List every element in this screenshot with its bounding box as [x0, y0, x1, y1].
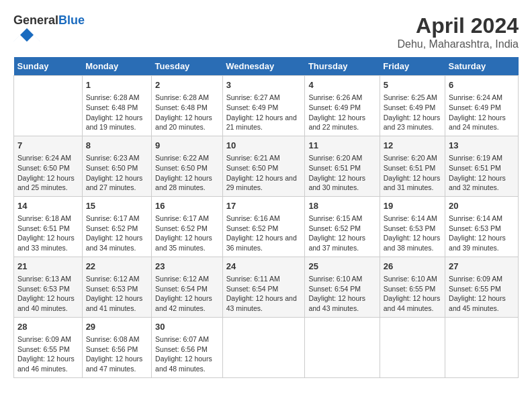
calendar-cell: 4Sunrise: 6:26 AM Sunset: 6:49 PM Daylig… [305, 76, 380, 136]
main-title: April 2024 [397, 13, 519, 38]
svg-marker-0 [13, 28, 40, 42]
day-info: Sunrise: 6:27 AM Sunset: 6:49 PM Dayligh… [226, 93, 302, 132]
day-number: 5 [384, 79, 441, 91]
day-number: 10 [226, 140, 302, 152]
column-header-thursday: Thursday [305, 57, 380, 76]
calendar-cell [14, 76, 83, 136]
column-header-saturday: Saturday [445, 57, 519, 76]
day-number: 4 [308, 79, 375, 91]
day-info: Sunrise: 6:14 AM Sunset: 6:53 PM Dayligh… [449, 214, 515, 253]
calendar-cell: 28Sunrise: 6:09 AM Sunset: 6:55 PM Dayli… [14, 317, 83, 377]
column-header-monday: Monday [82, 57, 151, 76]
calendar-cell: 17Sunrise: 6:16 AM Sunset: 6:52 PM Dayli… [222, 196, 305, 257]
calendar-cell: 20Sunrise: 6:14 AM Sunset: 6:53 PM Dayli… [445, 196, 519, 257]
calendar-cell: 13Sunrise: 6:19 AM Sunset: 6:51 PM Dayli… [445, 136, 519, 196]
day-number: 29 [86, 321, 148, 333]
calendar-cell: 1Sunrise: 6:28 AM Sunset: 6:48 PM Daylig… [82, 76, 151, 136]
calendar-cell: 25Sunrise: 6:10 AM Sunset: 6:54 PM Dayli… [305, 257, 380, 317]
day-number: 12 [384, 140, 441, 152]
calendar-cell: 24Sunrise: 6:11 AM Sunset: 6:54 PM Dayli… [222, 257, 305, 317]
calendar-cell: 8Sunrise: 6:23 AM Sunset: 6:50 PM Daylig… [82, 136, 151, 196]
day-number: 18 [308, 200, 375, 212]
calendar-cell: 22Sunrise: 6:12 AM Sunset: 6:53 PM Dayli… [82, 257, 151, 317]
day-info: Sunrise: 6:12 AM Sunset: 6:54 PM Dayligh… [155, 274, 219, 314]
calendar-table: SundayMondayTuesdayWednesdayThursdayFrid… [13, 57, 519, 378]
day-number: 24 [226, 261, 302, 273]
calendar-cell: 9Sunrise: 6:22 AM Sunset: 6:50 PM Daylig… [152, 136, 223, 196]
day-number: 2 [155, 79, 219, 91]
week-row: 28Sunrise: 6:09 AM Sunset: 6:55 PM Dayli… [14, 317, 519, 377]
calendar-cell: 21Sunrise: 6:13 AM Sunset: 6:53 PM Dayli… [14, 257, 83, 317]
day-number: 3 [226, 79, 302, 91]
logo-general: General [13, 13, 58, 27]
day-number: 16 [155, 200, 219, 212]
logo: GeneralBlue [13, 13, 85, 44]
calendar-cell: 2Sunrise: 6:28 AM Sunset: 6:48 PM Daylig… [152, 76, 223, 136]
day-info: Sunrise: 6:20 AM Sunset: 6:51 PM Dayligh… [308, 153, 375, 193]
week-row: 21Sunrise: 6:13 AM Sunset: 6:53 PM Dayli… [14, 257, 519, 317]
day-info: Sunrise: 6:13 AM Sunset: 6:53 PM Dayligh… [17, 274, 79, 314]
week-row: 14Sunrise: 6:18 AM Sunset: 6:51 PM Dayli… [14, 196, 519, 257]
day-info: Sunrise: 6:26 AM Sunset: 6:49 PM Dayligh… [308, 93, 375, 132]
day-info: Sunrise: 6:21 AM Sunset: 6:50 PM Dayligh… [226, 153, 302, 193]
calendar-cell: 3Sunrise: 6:27 AM Sunset: 6:49 PM Daylig… [222, 76, 305, 136]
calendar-cell: 27Sunrise: 6:09 AM Sunset: 6:55 PM Dayli… [445, 257, 519, 317]
week-row: 1Sunrise: 6:28 AM Sunset: 6:48 PM Daylig… [14, 76, 519, 136]
day-number: 21 [17, 261, 79, 273]
calendar-cell: 5Sunrise: 6:25 AM Sunset: 6:49 PM Daylig… [380, 76, 445, 136]
day-info: Sunrise: 6:14 AM Sunset: 6:53 PM Dayligh… [384, 214, 441, 253]
logo-icon [13, 28, 40, 42]
day-number: 11 [308, 140, 375, 152]
day-number: 1 [86, 79, 148, 91]
day-info: Sunrise: 6:17 AM Sunset: 6:52 PM Dayligh… [86, 214, 148, 253]
day-info: Sunrise: 6:19 AM Sunset: 6:51 PM Dayligh… [449, 153, 515, 193]
day-info: Sunrise: 6:09 AM Sunset: 6:55 PM Dayligh… [17, 334, 79, 374]
day-number: 7 [17, 140, 79, 152]
day-number: 20 [449, 200, 515, 212]
week-row: 7Sunrise: 6:24 AM Sunset: 6:50 PM Daylig… [14, 136, 519, 196]
day-number: 23 [155, 261, 219, 273]
calendar-header-row: SundayMondayTuesdayWednesdayThursdayFrid… [14, 57, 519, 76]
day-number: 27 [449, 261, 515, 273]
calendar-cell [445, 317, 519, 377]
day-number: 25 [308, 261, 375, 273]
calendar-cell [222, 317, 305, 377]
day-info: Sunrise: 6:17 AM Sunset: 6:52 PM Dayligh… [155, 214, 219, 253]
day-info: Sunrise: 6:25 AM Sunset: 6:49 PM Dayligh… [384, 93, 441, 132]
calendar-cell: 7Sunrise: 6:24 AM Sunset: 6:50 PM Daylig… [14, 136, 83, 196]
day-info: Sunrise: 6:20 AM Sunset: 6:51 PM Dayligh… [384, 153, 441, 193]
day-number: 17 [226, 200, 302, 212]
calendar-cell: 14Sunrise: 6:18 AM Sunset: 6:51 PM Dayli… [14, 196, 83, 257]
day-info: Sunrise: 6:18 AM Sunset: 6:51 PM Dayligh… [17, 214, 79, 253]
day-info: Sunrise: 6:22 AM Sunset: 6:50 PM Dayligh… [155, 153, 219, 193]
calendar-cell: 23Sunrise: 6:12 AM Sunset: 6:54 PM Dayli… [152, 257, 223, 317]
day-number: 28 [17, 321, 79, 333]
day-info: Sunrise: 6:24 AM Sunset: 6:50 PM Dayligh… [17, 153, 79, 193]
day-info: Sunrise: 6:07 AM Sunset: 6:56 PM Dayligh… [155, 334, 219, 374]
column-header-sunday: Sunday [14, 57, 83, 76]
day-info: Sunrise: 6:11 AM Sunset: 6:54 PM Dayligh… [226, 274, 302, 314]
calendar-cell: 6Sunrise: 6:24 AM Sunset: 6:49 PM Daylig… [445, 76, 519, 136]
day-info: Sunrise: 6:28 AM Sunset: 6:48 PM Dayligh… [155, 93, 219, 132]
day-number: 30 [155, 321, 219, 333]
day-info: Sunrise: 6:15 AM Sunset: 6:52 PM Dayligh… [308, 214, 375, 253]
calendar-cell [380, 317, 445, 377]
day-info: Sunrise: 6:16 AM Sunset: 6:52 PM Dayligh… [226, 214, 302, 253]
calendar-cell: 26Sunrise: 6:10 AM Sunset: 6:55 PM Dayli… [380, 257, 445, 317]
calendar-body: 1Sunrise: 6:28 AM Sunset: 6:48 PM Daylig… [14, 76, 519, 378]
day-info: Sunrise: 6:10 AM Sunset: 6:55 PM Dayligh… [384, 274, 441, 314]
subtitle: Dehu, Maharashtra, India [397, 38, 519, 50]
calendar-cell: 11Sunrise: 6:20 AM Sunset: 6:51 PM Dayli… [305, 136, 380, 196]
day-info: Sunrise: 6:28 AM Sunset: 6:48 PM Dayligh… [86, 93, 148, 132]
calendar-cell: 19Sunrise: 6:14 AM Sunset: 6:53 PM Dayli… [380, 196, 445, 257]
day-number: 22 [86, 261, 148, 273]
calendar-cell [305, 317, 380, 377]
day-number: 13 [449, 140, 515, 152]
calendar-cell: 15Sunrise: 6:17 AM Sunset: 6:52 PM Dayli… [82, 196, 151, 257]
day-info: Sunrise: 6:24 AM Sunset: 6:49 PM Dayligh… [449, 93, 515, 132]
calendar-cell: 12Sunrise: 6:20 AM Sunset: 6:51 PM Dayli… [380, 136, 445, 196]
day-number: 26 [384, 261, 441, 273]
calendar-cell: 16Sunrise: 6:17 AM Sunset: 6:52 PM Dayli… [152, 196, 223, 257]
page-header: GeneralBlue April 2024 Dehu, Maharashtra… [13, 13, 519, 50]
column-header-tuesday: Tuesday [152, 57, 223, 76]
